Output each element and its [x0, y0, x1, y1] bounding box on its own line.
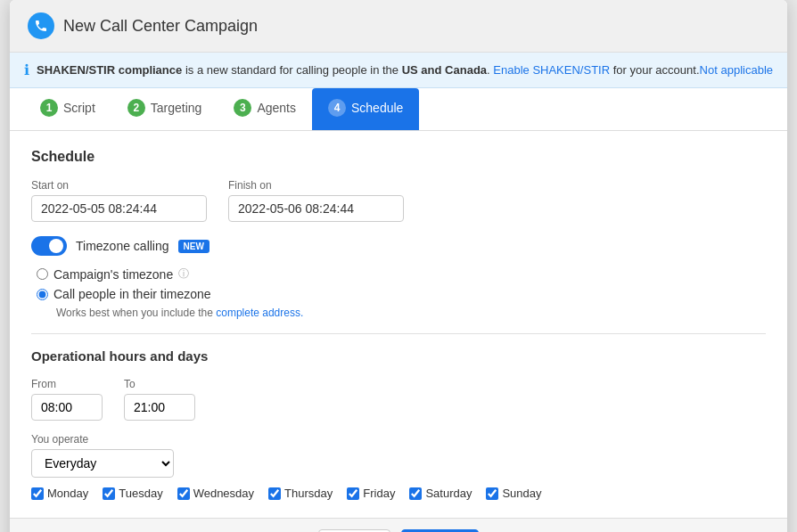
operate-group: You operate Everyday Weekdays Weekends C…: [31, 433, 766, 478]
schedule-title: Schedule: [31, 149, 766, 165]
time-row: From To: [31, 378, 766, 421]
day-monday[interactable]: Monday: [31, 487, 88, 500]
thursday-label: Thursday: [284, 487, 333, 500]
finish-on-input[interactable]: [228, 195, 404, 222]
to-label: To: [124, 378, 195, 390]
tab-agents-label: Agents: [257, 101, 296, 115]
campaign-icon: [28, 12, 54, 39]
tab-targeting-number: 2: [127, 99, 145, 117]
day-friday[interactable]: Friday: [347, 487, 395, 500]
tuesday-label: Tuesday: [119, 487, 162, 500]
days-row: Monday Tuesday Wednesday Thursday Friday: [31, 487, 766, 500]
modal-title: New Call Center Campaign: [63, 17, 258, 36]
tuesday-checkbox[interactable]: [103, 487, 115, 500]
finish-on-group: Finish on: [228, 179, 404, 222]
info-circle-icon: ⓘ: [178, 266, 189, 282]
tab-agents[interactable]: 3 Agents: [218, 88, 312, 130]
call-people-sub: Works best when you include the complete…: [56, 307, 766, 319]
operate-label: You operate: [31, 433, 766, 446]
timezone-row: Timezone calling NEW: [31, 236, 766, 256]
not-applicable-link[interactable]: Not applicable: [700, 63, 773, 77]
wednesday-label: Wednesday: [193, 487, 254, 500]
tab-schedule[interactable]: 4 Schedule: [312, 88, 419, 130]
tab-schedule-label: Schedule: [351, 101, 403, 115]
modal-container: New Call Center Campaign ℹ SHAKEN/STIR c…: [10, 0, 787, 532]
tab-agents-number: 3: [234, 99, 251, 117]
wednesday-checkbox[interactable]: [177, 487, 190, 500]
section-divider: [31, 333, 766, 334]
monday-checkbox[interactable]: [31, 487, 44, 500]
campaign-timezone-option: Campaign's timezone ⓘ: [37, 266, 766, 282]
call-people-option: Call people in their timezone: [37, 287, 766, 301]
friday-checkbox[interactable]: [347, 487, 359, 500]
operational-section: Operational hours and days From To You o…: [31, 348, 766, 500]
from-label: From: [31, 378, 103, 390]
start-on-group: Start on: [31, 179, 207, 222]
tab-script[interactable]: 1 Script: [24, 88, 111, 130]
banner-left: ℹ SHAKEN/STIR compliance is a new standa…: [24, 61, 700, 78]
tab-targeting[interactable]: 2 Targeting: [111, 88, 218, 130]
day-sunday[interactable]: Sunday: [486, 487, 541, 500]
info-icon: ℹ: [24, 61, 29, 78]
saturday-label: Saturday: [425, 487, 472, 500]
friday-label: Friday: [363, 487, 395, 500]
tabs-bar: 1 Script 2 Targeting 3 Agents 4 Schedule: [10, 88, 787, 131]
modal-header: New Call Center Campaign: [10, 0, 787, 53]
modal-body: Schedule Start on Finish on Timezone cal…: [10, 131, 787, 518]
timezone-toggle[interactable]: [31, 236, 67, 256]
saturday-checkbox[interactable]: [409, 487, 422, 500]
sunday-checkbox[interactable]: [486, 487, 498, 500]
date-row: Start on Finish on: [31, 179, 766, 222]
call-people-radio[interactable]: [37, 289, 48, 300]
sunday-label: Sunday: [502, 487, 541, 500]
from-group: From: [31, 378, 103, 421]
operational-title: Operational hours and days: [31, 348, 766, 364]
campaign-timezone-radio[interactable]: [37, 268, 48, 280]
tab-schedule-number: 4: [328, 99, 346, 117]
thursday-checkbox[interactable]: [268, 487, 281, 500]
tab-script-label: Script: [63, 101, 95, 115]
enable-shaken-stir-link[interactable]: Enable SHAKEN/STIR: [493, 63, 610, 77]
to-group: To: [124, 378, 195, 421]
tab-targeting-label: Targeting: [151, 101, 202, 115]
banner-text: SHAKEN/STIR compliance is a new standard…: [37, 63, 700, 77]
day-saturday[interactable]: Saturday: [409, 487, 472, 500]
start-on-input[interactable]: [31, 195, 207, 222]
timezone-label: Timezone calling: [76, 239, 169, 253]
from-input[interactable]: [31, 394, 103, 421]
campaign-timezone-radio-label[interactable]: Campaign's timezone: [53, 267, 173, 282]
timezone-radio-group: Campaign's timezone ⓘ Call people in the…: [37, 266, 766, 319]
day-thursday[interactable]: Thursday: [268, 487, 333, 500]
finish-on-label: Finish on: [228, 179, 404, 192]
start-on-label: Start on: [31, 179, 207, 192]
monday-label: Monday: [47, 487, 88, 500]
new-badge: NEW: [178, 240, 210, 253]
schedule-section: Schedule Start on Finish on Timezone cal…: [31, 149, 766, 319]
operate-select[interactable]: Everyday Weekdays Weekends Custom: [31, 449, 174, 478]
to-input[interactable]: [124, 394, 195, 421]
tab-script-number: 1: [40, 99, 58, 117]
modal-footer: Back Finish: [10, 518, 787, 532]
complete-address-link[interactable]: complete address.: [216, 307, 303, 319]
call-people-radio-label[interactable]: Call people in their timezone: [53, 287, 211, 301]
day-wednesday[interactable]: Wednesday: [177, 487, 254, 500]
day-tuesday[interactable]: Tuesday: [103, 487, 162, 500]
info-banner: ℹ SHAKEN/STIR compliance is a new standa…: [10, 53, 787, 88]
